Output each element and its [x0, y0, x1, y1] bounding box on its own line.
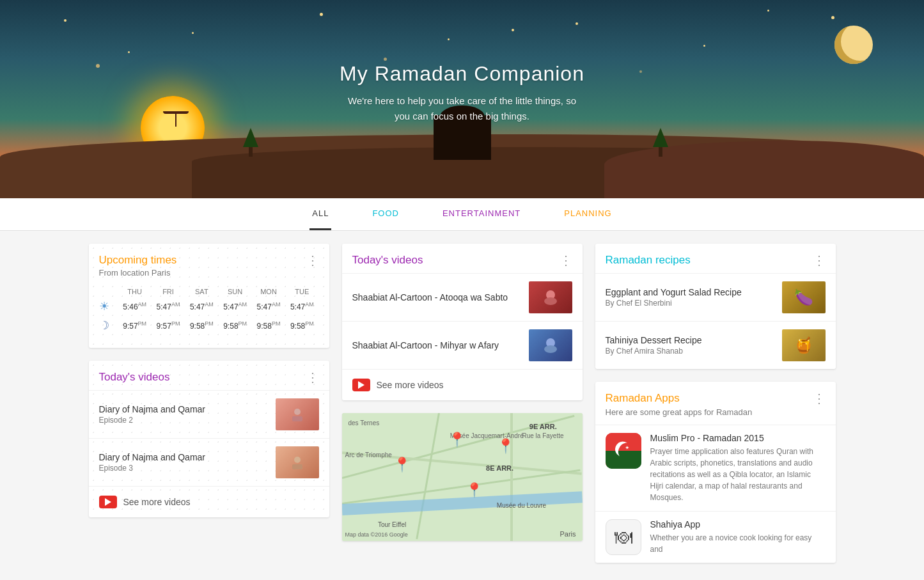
tab-entertainment[interactable]: ENTERTAINMENT [440, 198, 523, 230]
mid-column: Today's videos ⋮ Shaabiat Al-Cartoon - A… [342, 244, 583, 563]
sunrise-sat: 5:47AM [185, 301, 218, 311]
video-mid-thumb-1 [529, 281, 572, 313]
app-name-muslimpro: Muslim Pro - Ramadan 2015 [650, 433, 826, 443]
video-left-item-2[interactable]: Diary of Najma and Qamar Episode 3 [89, 438, 329, 486]
map-pin-2[interactable]: 📍 [497, 438, 514, 455]
tab-planning[interactable]: PLANNING [561, 198, 614, 230]
video-left-title-2: Diary of Najma and Qamar [99, 452, 206, 462]
recipe-name-1: Eggplant and Yogurt Salad Recipe [606, 287, 742, 297]
apps-more[interactable]: ⋮ [813, 392, 826, 405]
map-area[interactable]: des Ternes Arc de Triomphe Musée Jacquem… [342, 413, 583, 541]
videos-left-card: Today's videos ⋮ Diary of Najma and Qama… [89, 361, 329, 517]
tab-food[interactable]: FOOD [370, 198, 402, 230]
day-sat: SAT [185, 288, 218, 295]
video-left-item-1[interactable]: Diary of Najma and Qamar Episode 2 [89, 390, 329, 438]
svg-rect-3 [292, 464, 302, 469]
map-label-8e: 8E ARR. [486, 464, 513, 472]
map-pin-1[interactable]: 📍 [448, 432, 466, 448]
times-grid: THU FRI SAT SUN MON TUE ☀ 5:46AM 5:47AM … [89, 283, 329, 348]
video-left-title-1: Diary of Najma and Qamar [99, 404, 206, 414]
video-mid-thumb-2 [529, 329, 572, 361]
hero-subtitle: We're here to help you take care of the … [340, 93, 584, 124]
tab-all[interactable]: ALL [309, 198, 331, 230]
sunrise-tue: 5:47AM [285, 301, 318, 311]
hero-text-block: My Ramadan Companion We're here to help … [340, 62, 584, 124]
video-left-thumb-2 [276, 446, 319, 478]
app-icon-shahiya: 🍽 [606, 519, 641, 555]
videos-mid-more[interactable]: ⋮ [560, 254, 572, 267]
day-fri: FRI [152, 288, 185, 295]
hero-title: My Ramadan Companion [340, 62, 584, 86]
recipe-item-2[interactable]: Tahiniya Dessert Recipe By Chef Amira Sh… [595, 321, 836, 369]
sunrise-icon: ☀ [99, 299, 118, 313]
video-mid-item-2[interactable]: Shaabiat Al-Cartoon - Mihyar w Afary [342, 321, 583, 369]
videos-mid-header: Today's videos ⋮ [342, 244, 583, 273]
svg-rect-1 [292, 416, 302, 421]
apps-card: Ramadan Apps ⋮ Here are some great apps … [595, 382, 836, 563]
map-watermark: Map data ©2016 Google [345, 531, 408, 538]
tree-left [243, 128, 258, 157]
recipe-author-2: By Chef Amira Shanab [606, 347, 702, 356]
app-item-shahiya[interactable]: 🍽 Shahiya App Whether you are a novice c… [595, 511, 836, 563]
moon-decoration [834, 26, 873, 64]
muslimpro-icon-symbol [612, 438, 635, 464]
video-left-info-2: Diary of Najma and Qamar Episode 3 [99, 452, 206, 473]
svg-point-5 [544, 297, 557, 305]
recipes-more[interactable]: ⋮ [813, 254, 826, 267]
map-label-eiffel: Tour Eiffel [378, 521, 406, 528]
map-pin-4[interactable]: 📍 [466, 482, 483, 499]
day-mon: MON [252, 288, 285, 295]
sunset-fri: 9:57PM [152, 320, 185, 331]
app-item-muslimpro[interactable]: Muslim Pro - Ramadan 2015 Prayer time ap… [595, 425, 836, 511]
video-left-thumb-1 [276, 398, 319, 430]
right-column: Ramadan recipes ⋮ Eggplant and Yogurt Sa… [595, 244, 836, 563]
see-more-videos-mid[interactable]: See more videos [342, 369, 583, 400]
map-label-ternes: des Ternes [348, 419, 380, 427]
apps-header: Ramadan Apps ⋮ [595, 382, 836, 407]
svg-point-7 [544, 345, 557, 353]
upcoming-times-subtitle: From location Paris [99, 268, 177, 278]
sunset-tue: 9:58PM [285, 320, 318, 331]
video-mid-info-2: Shaabiat Al-Cartoon - Mihyar w Afary [352, 340, 499, 350]
video-mid-item-1[interactable]: Shaabiat Al-Cartoon - Atooqa wa Sabto [342, 273, 583, 321]
ground-right [604, 141, 924, 198]
videos-left-more[interactable]: ⋮ [306, 371, 319, 384]
svg-marker-9 [625, 445, 629, 449]
recipe-info-1: Eggplant and Yogurt Salad Recipe By Chef… [606, 287, 742, 308]
sunset-sat: 9:58PM [185, 320, 218, 331]
upcoming-times-title: Upcoming times [99, 254, 177, 267]
video-mid-title-2: Shaabiat Al-Cartoon - Mihyar w Afary [352, 340, 499, 350]
day-tue: TUE [285, 288, 318, 295]
days-header: THU FRI SAT SUN MON TUE [99, 288, 319, 295]
recipes-card: Ramadan recipes ⋮ Eggplant and Yogurt Sa… [595, 244, 836, 369]
map-pin-3[interactable]: 📍 [393, 457, 411, 473]
upcoming-times-card: Upcoming times From location Paris ⋮ THU… [89, 244, 329, 348]
sunset-mon: 9:58PM [252, 320, 285, 331]
apps-subtitle: Here are some great apps for Ramadan [595, 407, 836, 425]
map-label-louvre: Musée du Louvre [497, 502, 546, 509]
app-desc-muslimpro: Prayer time application also features Qu… [650, 446, 826, 503]
sunset-sun: 9:58PM [218, 320, 251, 331]
left-column: Upcoming times From location Paris ⋮ THU… [89, 244, 329, 563]
sunset-icon: ☽ [99, 318, 118, 333]
app-info-muslimpro: Muslim Pro - Ramadan 2015 Prayer time ap… [650, 433, 826, 503]
recipe-item-1[interactable]: Eggplant and Yogurt Salad Recipe By Chef… [595, 273, 836, 321]
upcoming-times-more[interactable]: ⋮ [306, 254, 319, 267]
recipe-thumb-1: 🍆 [782, 281, 826, 313]
sunrise-fri: 5:47AM [152, 301, 185, 311]
recipe-info-2: Tahiniya Dessert Recipe By Chef Amira Sh… [606, 335, 702, 356]
video-mid-title-1: Shaabiat Al-Cartoon - Atooqa wa Sabto [352, 292, 508, 302]
see-more-videos-left[interactable]: See more videos [89, 486, 329, 517]
map-label-rue: Rue la Fayette [522, 432, 564, 439]
day-thu: THU [118, 288, 152, 295]
main-content: Upcoming times From location Paris ⋮ THU… [79, 231, 846, 576]
map-card: des Ternes Arc de Triomphe Musée Jacquem… [342, 413, 583, 541]
video-left-info-1: Diary of Najma and Qamar Episode 2 [99, 404, 206, 425]
video-mid-info-1: Shaabiat Al-Cartoon - Atooqa wa Sabto [352, 292, 508, 302]
app-icon-muslimpro [606, 433, 641, 469]
videos-left-title: Today's videos [99, 371, 170, 384]
videos-left-header: Today's videos ⋮ [89, 361, 329, 390]
sunrise-row: ☀ 5:46AM 5:47AM 5:47AM 5:47AM 5:47AM 5:4… [99, 299, 319, 313]
recipe-name-2: Tahiniya Dessert Recipe [606, 335, 702, 345]
sunrise-mon: 5:47AM [252, 301, 285, 311]
